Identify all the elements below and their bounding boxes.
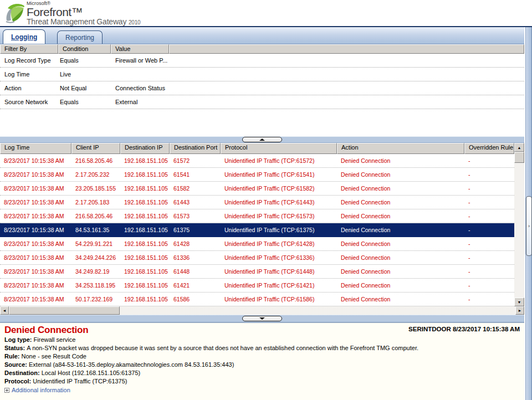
log-cell: -	[464, 185, 514, 192]
log-cell: -	[464, 240, 514, 247]
filter-row[interactable]: Log TimeLive	[0, 68, 524, 81]
filter-cell: Connection Status	[111, 85, 524, 91]
detail-title: Denied Connection	[4, 325, 89, 336]
log-row[interactable]: 8/23/2017 10:15:38 AM34.249.82.19192.168…	[0, 265, 514, 279]
scroll-left-icon[interactable]: ◄	[0, 306, 9, 315]
log-cell: Denied Connection	[337, 171, 464, 178]
bottom-splitter[interactable]	[0, 315, 524, 322]
log-cell: 2.17.205.183	[71, 199, 120, 206]
filter-cell: Log Time	[0, 71, 55, 78]
log-cell: 8/23/2017 10:15:38 AM	[0, 171, 71, 178]
log-cell: 61573	[170, 213, 221, 219]
log-row[interactable]: 8/23/2017 10:15:38 AM2.17.205.183192.168…	[0, 196, 514, 209]
expand-plus-icon	[4, 388, 9, 393]
log-row[interactable]: 8/23/2017 10:15:38 AM23.205.185.155192.1…	[0, 182, 514, 196]
log-row[interactable]: 8/23/2017 10:15:38 AM34.253.118.195192.1…	[0, 279, 514, 293]
scroll-up-icon[interactable]: ▲	[514, 143, 524, 152]
log-cell: Denied Connection	[337, 268, 464, 275]
log-cell: 192.168.151.105	[120, 185, 170, 192]
log-row[interactable]: 8/23/2017 10:15:38 AM54.229.91.221192.16…	[0, 237, 514, 251]
log-cell: 8/23/2017 10:15:38 AM	[0, 282, 71, 289]
log-row[interactable]: 8/23/2017 10:15:38 AM2.17.205.232192.168…	[0, 168, 514, 182]
log-cell: 61375	[170, 227, 221, 233]
main-pane: Logging Reporting Filter ByConditionValu…	[0, 27, 524, 400]
log-cell: 61582	[170, 185, 221, 192]
log-cell: -	[464, 213, 514, 219]
detail-header: Denied Connection SERINTDOOR 8/23/2017 1…	[4, 325, 520, 336]
scroll-right-icon[interactable]: ►	[515, 306, 524, 315]
filter-column-header[interactable]: Condition	[58, 44, 111, 54]
tmg-logging-window: Microsoft® Forefront™ Threat Management …	[0, 0, 532, 400]
vertical-scroll-thumb[interactable]	[514, 152, 524, 163]
top-splitter[interactable]	[0, 136, 524, 143]
detail-field-value: Firewall service	[34, 336, 76, 343]
tab-logging[interactable]: Logging	[3, 29, 45, 44]
log-cell: -	[464, 296, 514, 302]
log-cell: 192.168.151.105	[120, 254, 170, 261]
filter-column-header-empty	[169, 44, 524, 54]
horizontal-scroll-track[interactable]	[120, 306, 515, 315]
log-cell: 61448	[170, 268, 221, 275]
detail-field-label: Destination:	[4, 370, 42, 376]
log-cell: 192.168.151.105	[120, 157, 170, 164]
filter-cell: Source Network	[0, 99, 55, 105]
additional-information-link[interactable]: Additional information	[4, 387, 70, 393]
log-cell: Denied Connection	[337, 213, 464, 219]
log-cell: Unidentified IP Traffic (TCP:61375)	[221, 227, 337, 233]
log-cell: Denied Connection	[337, 185, 464, 192]
expand-pane-handle[interactable]: ›	[526, 196, 532, 256]
log-cell: -	[464, 171, 514, 178]
log-cell: 61336	[170, 254, 221, 261]
log-column-header[interactable]: Client IP	[71, 143, 120, 154]
log-vertical-scrollbar[interactable]: ▲ ▼	[514, 143, 524, 306]
log-cell: 8/23/2017 10:15:38 AM	[0, 157, 71, 164]
log-column-header[interactable]: Overridden Rule	[464, 143, 514, 154]
log-cell: 8/23/2017 10:15:38 AM	[0, 254, 71, 261]
log-cell: -	[464, 157, 514, 164]
filter-cell: Equals	[55, 99, 111, 105]
filter-cell: Live	[55, 71, 111, 78]
log-table: Log TimeClient IPDestination IPDestinati…	[0, 143, 524, 334]
filter-column-header[interactable]: Value	[111, 44, 169, 54]
log-row[interactable]: 8/23/2017 10:15:38 AM216.58.205.46192.16…	[0, 209, 514, 223]
tasks-pane-collapsed-strip[interactable]: ›	[525, 27, 532, 400]
detail-field: Protocol: Unidentified IP Traffic (TCP:6…	[4, 377, 520, 386]
log-row[interactable]: 8/23/2017 10:15:38 AM34.249.244.226192.1…	[0, 251, 514, 265]
horizontal-scroll-thumb[interactable]	[9, 306, 120, 315]
scroll-down-icon[interactable]: ▼	[514, 298, 524, 306]
log-row-selected[interactable]: 8/23/2017 10:15:38 AM84.53.161.35192.168…	[0, 223, 514, 237]
tab-reporting[interactable]: Reporting	[57, 30, 103, 44]
log-cell: Denied Connection	[337, 199, 464, 206]
log-table-header: Log TimeClient IPDestination IPDestinati…	[0, 143, 514, 154]
log-column-header[interactable]: Log Time	[0, 143, 71, 154]
collapse-detail-button[interactable]	[242, 316, 282, 321]
log-cell: 2.17.205.232	[71, 171, 120, 178]
log-cell: Unidentified IP Traffic (TCP:61541)	[221, 171, 337, 178]
log-column-header[interactable]: Action	[337, 143, 464, 154]
filter-column-header[interactable]: Filter By	[0, 44, 58, 54]
log-cell: -	[464, 254, 514, 261]
detail-field-label: Source:	[4, 361, 29, 368]
filter-row[interactable]: Log Record TypeEqualsFirewall or Web P..…	[0, 54, 524, 68]
log-cell: 8/23/2017 10:15:38 AM	[0, 199, 71, 206]
log-cell: 216.58.205.46	[71, 213, 120, 219]
detail-field: Status: A non-SYN packet was dropped bec…	[4, 344, 520, 352]
log-cell: 8/23/2017 10:15:38 AM	[0, 296, 71, 302]
log-cell: 61586	[170, 296, 221, 302]
vertical-scroll-track[interactable]	[514, 163, 524, 298]
log-cell: 61572	[170, 157, 221, 164]
log-horizontal-scrollbar[interactable]: ◄ ►	[0, 306, 524, 315]
filter-row[interactable]: ActionNot EqualConnection Status	[0, 81, 524, 95]
log-cell: 61541	[170, 171, 221, 178]
collapse-filter-button[interactable]	[242, 137, 282, 142]
filter-row[interactable]: Source NetworkEqualsExternal	[0, 95, 524, 109]
log-row[interactable]: 8/23/2017 10:15:38 AM216.58.205.46192.16…	[0, 154, 514, 168]
detail-fields: Log type: Firewall serviceStatus: A non-…	[4, 336, 520, 386]
log-row[interactable]: 8/23/2017 10:15:38 AM50.17.232.169192.16…	[0, 293, 514, 306]
filter-cell: External	[111, 99, 524, 105]
log-cell: Unidentified IP Traffic (TCP:61586)	[221, 296, 337, 302]
log-column-header[interactable]: Protocol	[221, 143, 337, 154]
log-column-header[interactable]: Destination IP	[120, 143, 170, 154]
log-column-header[interactable]: Destination Port	[170, 143, 221, 154]
filter-table-body: Log Record TypeEqualsFirewall or Web P..…	[0, 54, 524, 109]
